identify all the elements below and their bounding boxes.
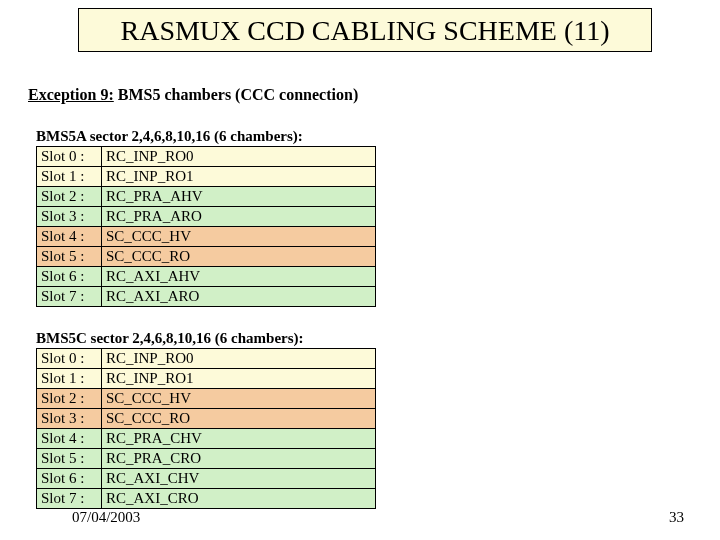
slot-value: SC_CCC_RO [102,247,376,267]
slot-value: SC_CCC_HV [102,227,376,247]
slot-value: RC_PRA_AHV [102,187,376,207]
slot-value: RC_INP_RO0 [102,349,376,369]
slot-label: Slot 3 : [37,409,102,429]
slot-label: Slot 0 : [37,147,102,167]
slot-label: Slot 2 : [37,389,102,409]
slot-label: Slot 7 : [37,489,102,509]
slot-label: Slot 2 : [37,187,102,207]
slot-value: RC_INP_RO1 [102,167,376,187]
table-row: Slot 3 :SC_CCC_RO [37,409,376,429]
slot-value: RC_AXI_AHV [102,267,376,287]
table-row: Slot 2 :SC_CCC_HV [37,389,376,409]
table-row: Slot 4 :RC_PRA_CHV [37,429,376,449]
table-row: Slot 1 :RC_INP_RO1 [37,167,376,187]
page-title: RASMUX CCD CABLING SCHEME (11) [78,8,652,52]
slot-value: RC_AXI_ARO [102,287,376,307]
table-row: Slot 6 :RC_AXI_AHV [37,267,376,287]
slot-label: Slot 6 : [37,267,102,287]
slot-value: RC_AXI_CRO [102,489,376,509]
slot-label: Slot 0 : [37,349,102,369]
slot-label: Slot 3 : [37,207,102,227]
table-row: Slot 5 :SC_CCC_RO [37,247,376,267]
table-row: Slot 6 :RC_AXI_CHV [37,469,376,489]
slot-value: RC_PRA_CHV [102,429,376,449]
table-row: Slot 2 :RC_PRA_AHV [37,187,376,207]
footer-page: 33 [669,509,684,526]
table-row: Slot 0 :RC_INP_RO0 [37,349,376,369]
footer-date: 07/04/2003 [72,509,140,526]
slot-value: RC_PRA_ARO [102,207,376,227]
exception-label: Exception 9: [28,86,114,103]
slot-table: Slot 0 :RC_INP_RO0Slot 1 :RC_INP_RO1Slot… [36,348,376,509]
slot-value: RC_INP_RO1 [102,369,376,389]
slot-value: RC_INP_RO0 [102,147,376,167]
block-bms5c: BMS5C sector 2,4,6,8,10,16 (6 chambers):… [36,330,376,509]
slot-value: RC_AXI_CHV [102,469,376,489]
exception-line: Exception 9: BMS5 chambers (CCC connecti… [28,86,358,104]
slot-table: Slot 0 :RC_INP_RO0Slot 1 :RC_INP_RO1Slot… [36,146,376,307]
table-row: Slot 4 :SC_CCC_HV [37,227,376,247]
block-title: BMS5C sector 2,4,6,8,10,16 (6 chambers): [36,330,376,347]
block-bms5a: BMS5A sector 2,4,6,8,10,16 (6 chambers):… [36,128,376,307]
table-row: Slot 7 :RC_AXI_ARO [37,287,376,307]
exception-text: BMS5 chambers (CCC connection) [118,86,358,103]
slot-label: Slot 1 : [37,369,102,389]
table-row: Slot 3 :RC_PRA_ARO [37,207,376,227]
slot-label: Slot 7 : [37,287,102,307]
slot-value: SC_CCC_HV [102,389,376,409]
slot-label: Slot 5 : [37,449,102,469]
slot-label: Slot 6 : [37,469,102,489]
table-row: Slot 0 :RC_INP_RO0 [37,147,376,167]
slot-value: SC_CCC_RO [102,409,376,429]
slot-label: Slot 4 : [37,429,102,449]
slot-label: Slot 4 : [37,227,102,247]
slot-value: RC_PRA_CRO [102,449,376,469]
table-row: Slot 1 :RC_INP_RO1 [37,369,376,389]
block-title: BMS5A sector 2,4,6,8,10,16 (6 chambers): [36,128,376,145]
table-row: Slot 7 :RC_AXI_CRO [37,489,376,509]
slot-label: Slot 5 : [37,247,102,267]
slot-label: Slot 1 : [37,167,102,187]
table-row: Slot 5 :RC_PRA_CRO [37,449,376,469]
